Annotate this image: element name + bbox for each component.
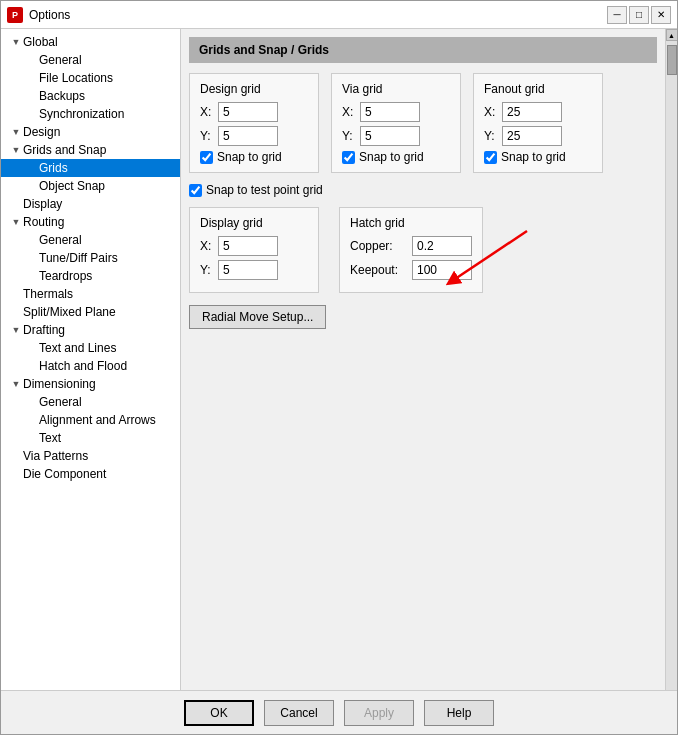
app-icon: P bbox=[7, 7, 23, 23]
apply-button[interactable]: Apply bbox=[344, 700, 414, 726]
panel-header: Grids and Snap / Grids bbox=[189, 37, 657, 63]
via-grid-y-row: Y: bbox=[342, 126, 450, 146]
sidebar-item-file-locations[interactable]: File Locations bbox=[1, 69, 180, 87]
display-grid-box: Display grid X: Y: bbox=[189, 207, 319, 293]
scroll-up-arrow[interactable]: ▲ bbox=[666, 29, 678, 41]
via-grid-y-input[interactable] bbox=[360, 126, 420, 146]
fanout-grid-y-input[interactable] bbox=[502, 126, 562, 146]
fanout-grid-snap-checkbox[interactable] bbox=[484, 151, 497, 164]
sidebar-item-label-general: General bbox=[39, 53, 82, 67]
ok-button[interactable]: OK bbox=[184, 700, 254, 726]
display-grid-x-input[interactable] bbox=[218, 236, 278, 256]
sidebar-item-label-display: Display bbox=[23, 197, 62, 211]
sidebar-item-label-text: Text bbox=[39, 431, 61, 445]
title-bar: P Options ─ □ ✕ bbox=[1, 1, 677, 29]
hatch-copper-label: Copper: bbox=[350, 239, 408, 253]
sidebar-item-routing[interactable]: ▼Routing bbox=[1, 213, 180, 231]
fanout-grid-x-input[interactable] bbox=[502, 102, 562, 122]
hatch-grid-title: Hatch grid bbox=[350, 216, 472, 230]
display-grid-y-input[interactable] bbox=[218, 260, 278, 280]
sidebar-item-dimensioning[interactable]: ▼Dimensioning bbox=[1, 375, 180, 393]
sidebar-item-routing-general[interactable]: General bbox=[1, 231, 180, 249]
radial-move-setup-button[interactable]: Radial Move Setup... bbox=[189, 305, 326, 329]
lower-section: Display grid X: Y: Hatch grid bbox=[189, 207, 657, 293]
sidebar-item-die-component[interactable]: Die Component bbox=[1, 465, 180, 483]
scroll-thumb[interactable] bbox=[667, 45, 677, 75]
snap-to-test-point-label: Snap to test point grid bbox=[206, 183, 323, 197]
via-grid-x-label: X: bbox=[342, 105, 356, 119]
title-bar-buttons: ─ □ ✕ bbox=[607, 6, 671, 24]
display-grid-x-row: X: bbox=[200, 236, 308, 256]
sidebar-item-label-tune-diff-pairs: Tune/Diff Pairs bbox=[39, 251, 118, 265]
title-bar-left: P Options bbox=[7, 7, 70, 23]
design-grid-y-input[interactable] bbox=[218, 126, 278, 146]
via-grid-x-row: X: bbox=[342, 102, 450, 122]
sidebar-item-general[interactable]: General bbox=[1, 51, 180, 69]
sidebar-item-drafting[interactable]: ▼Drafting bbox=[1, 321, 180, 339]
display-grid-title: Display grid bbox=[200, 216, 308, 230]
sidebar: ▼GlobalGeneralFile LocationsBackupsSynch… bbox=[1, 29, 181, 690]
sidebar-item-label-routing: Routing bbox=[23, 215, 64, 229]
window-title: Options bbox=[29, 8, 70, 22]
bottom-button-bar: OK Cancel Apply Help bbox=[1, 690, 677, 734]
design-grid-title: Design grid bbox=[200, 82, 308, 96]
design-grid-y-row: Y: bbox=[200, 126, 308, 146]
sidebar-item-synchronization[interactable]: Synchronization bbox=[1, 105, 180, 123]
sidebar-item-label-hatch-and-flood: Hatch and Flood bbox=[39, 359, 127, 373]
sidebar-item-hatch-and-flood[interactable]: Hatch and Flood bbox=[1, 357, 180, 375]
sidebar-item-grids-and-snap[interactable]: ▼Grids and Snap bbox=[1, 141, 180, 159]
design-grid-x-input[interactable] bbox=[218, 102, 278, 122]
snap-to-test-point-row: Snap to test point grid bbox=[189, 183, 657, 197]
hatch-keepout-input[interactable] bbox=[412, 260, 472, 280]
via-grid-snap-checkbox[interactable] bbox=[342, 151, 355, 164]
close-button[interactable]: ✕ bbox=[651, 6, 671, 24]
sidebar-item-text[interactable]: Text bbox=[1, 429, 180, 447]
sidebar-item-label-design: Design bbox=[23, 125, 60, 139]
design-grid-x-label: X: bbox=[200, 105, 214, 119]
sidebar-item-global[interactable]: ▼Global bbox=[1, 33, 180, 51]
sidebar-item-dim-general[interactable]: General bbox=[1, 393, 180, 411]
sidebar-item-backups[interactable]: Backups bbox=[1, 87, 180, 105]
sidebar-item-via-patterns[interactable]: Via Patterns bbox=[1, 447, 180, 465]
sidebar-item-object-snap[interactable]: Object Snap bbox=[1, 177, 180, 195]
minimize-button[interactable]: ─ bbox=[607, 6, 627, 24]
hatch-grid-keepout-row: Keepout: bbox=[350, 260, 472, 280]
display-grid-x-label: X: bbox=[200, 239, 214, 253]
sidebar-item-label-dimensioning: Dimensioning bbox=[23, 377, 96, 391]
help-button[interactable]: Help bbox=[424, 700, 494, 726]
via-grid-y-label: Y: bbox=[342, 129, 356, 143]
sidebar-item-design[interactable]: ▼Design bbox=[1, 123, 180, 141]
fanout-grid-y-row: Y: bbox=[484, 126, 592, 146]
design-grid-y-label: Y: bbox=[200, 129, 214, 143]
sidebar-item-grids[interactable]: Grids bbox=[1, 159, 180, 177]
design-grid-x-row: X: bbox=[200, 102, 308, 122]
sidebar-item-text-and-lines[interactable]: Text and Lines bbox=[1, 339, 180, 357]
radial-move-row: Radial Move Setup... bbox=[189, 305, 657, 329]
sidebar-item-teardrops[interactable]: Teardrops bbox=[1, 267, 180, 285]
hatch-copper-input[interactable] bbox=[412, 236, 472, 256]
sidebar-item-label-object-snap: Object Snap bbox=[39, 179, 105, 193]
grid-section-top: Design grid X: Y: Snap to grid bbox=[189, 73, 657, 173]
cancel-button[interactable]: Cancel bbox=[264, 700, 334, 726]
snap-to-test-point-checkbox[interactable] bbox=[189, 184, 202, 197]
sidebar-item-label-teardrops: Teardrops bbox=[39, 269, 92, 283]
sidebar-item-alignment-arrows[interactable]: Alignment and Arrows bbox=[1, 411, 180, 429]
sidebar-item-label-thermals: Thermals bbox=[23, 287, 73, 301]
sidebar-item-split-mixed-plane[interactable]: Split/Mixed Plane bbox=[1, 303, 180, 321]
hatch-grid-copper-row: Copper: bbox=[350, 236, 472, 256]
sidebar-item-thermals[interactable]: Thermals bbox=[1, 285, 180, 303]
sidebar-item-display[interactable]: Display bbox=[1, 195, 180, 213]
design-grid-snap-checkbox[interactable] bbox=[200, 151, 213, 164]
hatch-keepout-label: Keepout: bbox=[350, 263, 408, 277]
sidebar-item-label-synchronization: Synchronization bbox=[39, 107, 124, 121]
fanout-grid-box: Fanout grid X: Y: Snap to grid bbox=[473, 73, 603, 173]
fanout-grid-snap-label: Snap to grid bbox=[501, 150, 566, 164]
design-grid-snap-label: Snap to grid bbox=[217, 150, 282, 164]
hatch-copper-input-wrapper bbox=[412, 236, 472, 256]
sidebar-item-label-drafting: Drafting bbox=[23, 323, 65, 337]
maximize-button[interactable]: □ bbox=[629, 6, 649, 24]
via-grid-x-input[interactable] bbox=[360, 102, 420, 122]
fanout-grid-snap-row: Snap to grid bbox=[484, 150, 592, 164]
sidebar-item-label-via-patterns: Via Patterns bbox=[23, 449, 88, 463]
sidebar-item-tune-diff-pairs[interactable]: Tune/Diff Pairs bbox=[1, 249, 180, 267]
